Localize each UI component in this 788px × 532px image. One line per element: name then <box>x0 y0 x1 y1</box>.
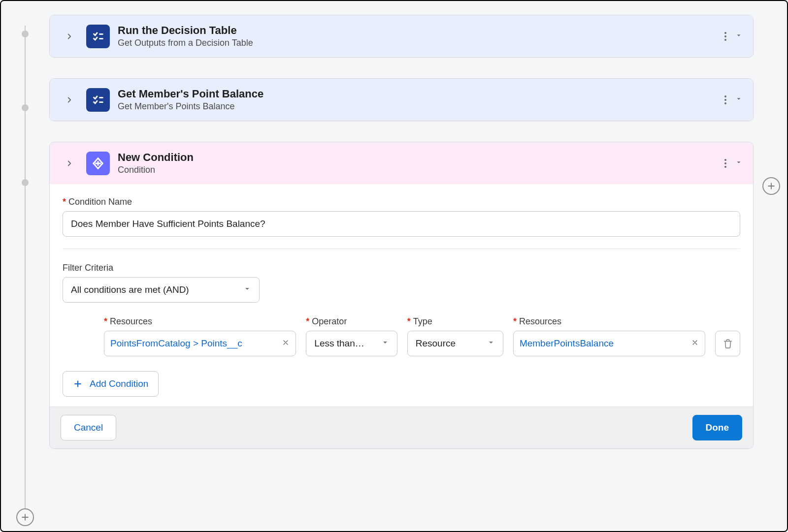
resource-left-token: PointsFromCatalog > Points__c <box>110 338 277 349</box>
resource-right-input[interactable]: MemberPointsBalance <box>513 331 705 356</box>
operator-label: Operator <box>306 316 397 327</box>
step-subtitle: Get Member's Points Balance <box>118 101 263 112</box>
filter-criteria-select[interactable]: All conditions are met (AND) <box>63 277 260 303</box>
list-icon <box>86 88 110 112</box>
add-branch-button[interactable] <box>762 177 780 195</box>
done-button[interactable]: Done <box>692 415 743 440</box>
delete-row-button[interactable] <box>715 331 740 356</box>
operator-value: Less than… <box>314 338 364 349</box>
expand-toggle[interactable] <box>61 91 78 109</box>
add-condition-button[interactable]: Add Condition <box>63 371 159 397</box>
condition-name-label: Condition Name <box>63 197 740 207</box>
timeline-dot <box>22 31 29 37</box>
more-menu-icon[interactable] <box>722 93 729 107</box>
type-value: Resource <box>416 338 456 349</box>
chevron-down-icon[interactable] <box>735 95 742 104</box>
filter-criteria-value: All conditions are met (AND) <box>71 284 189 295</box>
resources-right-label: Resources <box>513 316 705 327</box>
timeline-dot <box>22 104 29 111</box>
chevron-down-icon[interactable] <box>735 159 742 168</box>
expand-toggle[interactable] <box>61 28 78 45</box>
timeline-dot <box>22 179 29 186</box>
resource-right-token: MemberPointsBalance <box>520 338 686 349</box>
clear-icon[interactable] <box>691 338 699 349</box>
condition-row: Resources PointsFromCatalog > Points__c … <box>63 316 740 356</box>
cancel-button[interactable]: Cancel <box>61 415 116 440</box>
condition-name-input[interactable] <box>63 211 740 237</box>
chevron-down-icon <box>487 338 495 349</box>
chevron-down-icon[interactable] <box>735 32 742 41</box>
step-subtitle: Get Outputs from a Decision Table <box>118 38 253 48</box>
step-card-member-balance: Get Member's Point Balance Get Member's … <box>49 78 754 121</box>
type-select[interactable]: Resource <box>407 331 503 356</box>
chevron-down-icon <box>381 338 389 349</box>
more-menu-icon[interactable] <box>722 29 729 44</box>
chevron-down-icon <box>243 284 251 295</box>
timeline-rail <box>25 26 26 526</box>
decision-table-icon <box>86 25 110 48</box>
type-label: Type <box>407 316 503 327</box>
separator <box>63 249 740 249</box>
step-subtitle: Condition <box>118 165 194 175</box>
expand-toggle[interactable] <box>61 155 78 172</box>
step-title: Get Member's Point Balance <box>118 88 263 100</box>
step-title: New Condition <box>118 151 194 164</box>
add-step-button[interactable] <box>16 508 34 526</box>
step-title: Run the Decision Table <box>118 24 253 37</box>
step-card-decision-table: Run the Decision Table Get Outputs from … <box>49 15 754 58</box>
more-menu-icon[interactable] <box>722 156 729 171</box>
resource-left-input[interactable]: PointsFromCatalog > Points__c <box>104 331 296 356</box>
filter-criteria-label: Filter Criteria <box>63 263 740 273</box>
clear-icon[interactable] <box>282 338 290 349</box>
resources-label: Resources <box>104 316 296 327</box>
add-condition-label: Add Condition <box>90 378 148 389</box>
step-card-new-condition: New Condition Condition Condition Name <box>49 142 754 449</box>
condition-icon <box>86 152 110 175</box>
operator-select[interactable]: Less than… <box>306 331 397 356</box>
